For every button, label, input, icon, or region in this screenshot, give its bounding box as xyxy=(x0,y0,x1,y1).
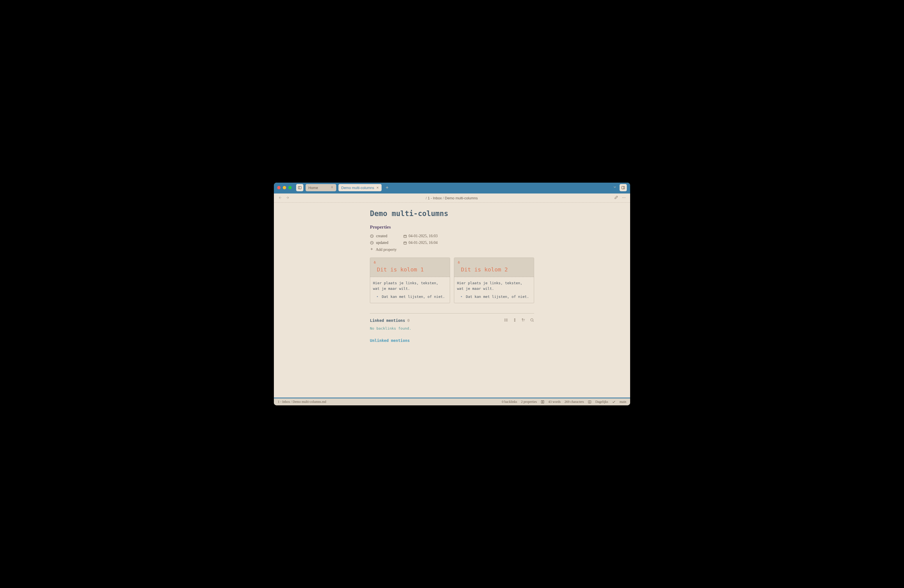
properties-section: Properties created 04-01-2025, 16:03 xyxy=(370,224,534,252)
svg-point-22 xyxy=(504,319,505,319)
nav-forward-button[interactable] xyxy=(286,196,289,201)
breadcrumb-segment[interactable]: Demo multi-columns xyxy=(445,196,477,200)
statusbar: 1 - Inbox / Demo multi-columns.md 0 back… xyxy=(274,398,630,405)
svg-line-31 xyxy=(533,321,534,322)
add-property-label: Add property xyxy=(376,248,397,252)
column-title[interactable]: Dit is kolom 2 xyxy=(457,266,531,273)
property-key[interactable]: created xyxy=(376,234,387,238)
property-row: created 04-01-2025, 16:03 xyxy=(370,234,534,238)
breadcrumb-bar: / 1 - Inbox / Demo multi-columns ⋯ xyxy=(274,193,630,203)
layout-icon[interactable] xyxy=(588,400,591,404)
book-icon[interactable] xyxy=(541,400,544,404)
chevron-down-icon[interactable] xyxy=(613,185,617,190)
breadcrumb-segment[interactable]: 1 - Inbox xyxy=(428,196,442,200)
column-text: Hier plaats je links, teksten, wat je ma… xyxy=(457,280,531,291)
check-icon[interactable] xyxy=(612,400,616,404)
column-card[interactable]: Dit is kolom 2 Hier plaats je links, tek… xyxy=(454,258,534,303)
tab-demo-multi-columns[interactable]: Demo multi-columns ✕ xyxy=(338,184,382,191)
add-property-button[interactable]: Add property xyxy=(370,247,534,252)
flame-icon xyxy=(373,261,376,266)
status-branch[interactable]: main xyxy=(620,400,626,404)
calendar-icon xyxy=(403,241,407,245)
expand-icon[interactable] xyxy=(513,318,517,323)
nav-back-button[interactable] xyxy=(278,196,282,201)
status-words[interactable]: 43 words xyxy=(548,400,561,404)
svg-point-24 xyxy=(504,321,505,321)
unlinked-mentions-header[interactable]: Unlinked mentions xyxy=(370,338,534,343)
flame-icon xyxy=(457,261,461,266)
linked-mentions-count: 0 xyxy=(407,318,409,322)
property-row: updated 04-01-2025, 16:04 xyxy=(370,240,534,245)
clock-icon xyxy=(370,241,374,245)
svg-rect-0 xyxy=(299,186,302,189)
linked-mentions-header[interactable]: Linked mentions 0 xyxy=(370,318,534,323)
search-icon[interactable] xyxy=(530,318,534,323)
breadcrumb[interactable]: / 1 - Inbox / Demo multi-columns xyxy=(293,196,611,200)
edit-icon[interactable] xyxy=(614,196,618,201)
columns-container: Dit is kolom 1 Hier plaats je links, tek… xyxy=(370,258,534,303)
status-properties[interactable]: 2 properties xyxy=(521,400,537,404)
property-value[interactable]: 04-01-2025, 16:04 xyxy=(409,240,438,245)
no-backlinks-message: No backlinks found. xyxy=(370,326,534,330)
status-file-path[interactable]: 1 - Inbox / Demo multi-columns.md xyxy=(278,400,326,404)
svg-rect-8 xyxy=(404,235,407,237)
calendar-icon xyxy=(403,234,407,238)
window-controls xyxy=(277,186,292,189)
app-window: Home Demo multi-columns ✕ + xyxy=(274,183,630,405)
column-text: Hier plaats je links, teksten, wat je ma… xyxy=(373,280,447,291)
property-value[interactable]: 04-01-2025, 16:03 xyxy=(409,234,438,238)
properties-heading: Properties xyxy=(370,224,534,230)
close-icon[interactable]: ✕ xyxy=(376,186,379,190)
column-card[interactable]: Dit is kolom 1 Hier plaats je links, tek… xyxy=(370,258,450,303)
breadcrumb-sep: / xyxy=(443,196,444,200)
titlebar: Home Demo multi-columns ✕ + xyxy=(274,183,630,193)
property-key[interactable]: updated xyxy=(376,240,388,245)
svg-point-30 xyxy=(531,318,533,321)
breadcrumb-sep: / xyxy=(425,196,427,200)
minimize-window-button[interactable] xyxy=(283,186,286,189)
svg-rect-3 xyxy=(622,186,625,189)
list-icon[interactable] xyxy=(504,318,508,323)
new-tab-button[interactable]: + xyxy=(384,185,390,191)
close-window-button[interactable] xyxy=(277,186,281,189)
more-icon[interactable]: ⋯ xyxy=(622,196,626,201)
plus-icon xyxy=(370,247,373,252)
page-title[interactable]: Demo multi-columns xyxy=(370,209,534,218)
list-item: Dat kan met lijsten, of niet. xyxy=(376,294,447,300)
column-body[interactable]: Hier plaats je links, teksten, wat je ma… xyxy=(454,277,534,303)
tab-label: Demo multi-columns xyxy=(341,186,374,190)
list-item: Dat kan met lijsten, of niet. xyxy=(460,294,531,300)
column-title[interactable]: Dit is kolom 1 xyxy=(373,266,447,273)
content-area: Demo multi-columns Properties created xyxy=(274,203,630,398)
linked-mentions-label: Linked mentions xyxy=(370,318,405,322)
right-sidebar-toggle[interactable] xyxy=(620,184,627,191)
svg-point-23 xyxy=(504,319,505,320)
status-backlinks[interactable]: 0 backlinks xyxy=(502,400,517,404)
svg-rect-13 xyxy=(404,242,407,244)
maximize-window-button[interactable] xyxy=(288,186,292,189)
status-workspace[interactable]: Dagelijks xyxy=(595,400,608,404)
tab-label: Home xyxy=(308,186,318,190)
left-sidebar-toggle[interactable] xyxy=(296,184,303,191)
clock-icon xyxy=(370,234,374,238)
tab-home[interactable]: Home xyxy=(306,184,336,191)
status-chars[interactable]: 269 characters xyxy=(564,400,584,404)
pin-icon xyxy=(331,186,333,189)
column-body[interactable]: Hier plaats je links, teksten, wat je ma… xyxy=(370,277,450,303)
sort-icon[interactable] xyxy=(521,318,525,323)
